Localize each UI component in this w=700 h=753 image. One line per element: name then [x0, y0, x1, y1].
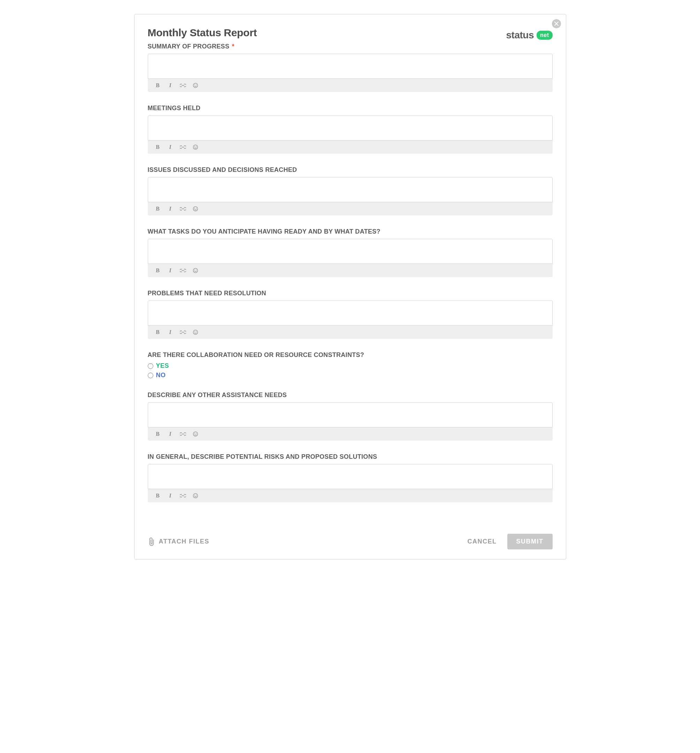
brand-logo: status net — [506, 30, 553, 41]
bold-button[interactable]: B — [155, 329, 161, 335]
link-button[interactable] — [180, 431, 186, 437]
svg-point-17 — [196, 433, 196, 434]
input-assistance[interactable] — [148, 403, 552, 426]
section-risks: IN GENERAL, DESCRIBE POTENTIAL RISKS AND… — [148, 453, 553, 502]
textarea-wrap-tasks — [148, 239, 553, 264]
textarea-wrap-risks — [148, 464, 553, 489]
bold-button[interactable]: B — [155, 431, 161, 437]
emoji-icon — [193, 493, 198, 498]
textarea-wrap-problems — [148, 300, 553, 326]
svg-point-13 — [194, 331, 195, 332]
logo-text: status — [506, 30, 534, 41]
link-icon — [180, 207, 186, 211]
italic-button[interactable]: I — [167, 206, 173, 212]
svg-point-7 — [194, 208, 195, 208]
toolbar-risks: B I — [148, 489, 553, 502]
status-report-modal: Monthly Status Report status net SUMMARY… — [134, 14, 566, 559]
emoji-button[interactable] — [192, 492, 199, 499]
textarea-wrap-meetings — [148, 116, 553, 141]
radio-label-no: NO — [156, 372, 166, 379]
italic-button[interactable]: I — [167, 329, 173, 335]
italic-button[interactable]: I — [167, 82, 173, 89]
italic-button[interactable]: I — [167, 144, 173, 150]
page-title: Monthly Status Report — [148, 27, 257, 39]
radio-row-yes[interactable]: YES — [148, 362, 553, 370]
link-icon — [180, 145, 186, 149]
toolbar-meetings: B I — [148, 141, 553, 154]
close-button[interactable] — [552, 19, 561, 28]
svg-point-20 — [196, 495, 196, 495]
link-button[interactable] — [180, 492, 186, 499]
svg-point-2 — [196, 84, 196, 85]
cancel-button[interactable]: CANCEL — [468, 538, 497, 545]
link-icon — [180, 269, 186, 273]
svg-point-11 — [196, 269, 196, 270]
label-summary-text: SUMMARY OF PROGRESS — [148, 43, 230, 50]
link-icon — [180, 432, 186, 436]
bold-button[interactable]: B — [155, 206, 161, 212]
svg-point-3 — [193, 145, 198, 150]
italic-button[interactable]: I — [167, 431, 173, 437]
italic-button[interactable]: I — [167, 492, 173, 499]
svg-point-0 — [193, 83, 198, 88]
attach-files-button[interactable]: ATTACH FILES — [148, 537, 209, 546]
submit-button[interactable]: SUBMIT — [507, 534, 553, 550]
toolbar-tasks: B I — [148, 264, 553, 277]
svg-point-8 — [196, 208, 196, 208]
label-meetings: MEETINGS HELD — [148, 105, 553, 112]
radio-row-no[interactable]: NO — [148, 372, 553, 379]
link-button[interactable] — [180, 329, 186, 335]
label-collab: ARE THERE COLLABORATION NEED OR RESOURCE… — [148, 352, 553, 359]
toolbar-assistance: B I — [148, 427, 553, 441]
bold-button[interactable]: B — [155, 82, 161, 89]
link-icon — [180, 494, 186, 498]
input-problems[interactable] — [148, 301, 552, 324]
textarea-wrap-issues — [148, 177, 553, 202]
modal-header: Monthly Status Report status net — [148, 27, 553, 41]
label-assistance: DESCRIBE ANY OTHER ASSISTANCE NEEDS — [148, 392, 553, 399]
emoji-button[interactable] — [192, 206, 199, 212]
logo-badge: net — [536, 31, 553, 40]
svg-point-16 — [194, 433, 195, 434]
toolbar-problems: B I — [148, 326, 553, 339]
emoji-button[interactable] — [192, 329, 199, 335]
italic-button[interactable]: I — [167, 267, 173, 273]
modal-footer: ATTACH FILES CANCEL SUBMIT — [148, 534, 553, 550]
input-meetings[interactable] — [148, 116, 552, 139]
svg-point-5 — [196, 146, 196, 147]
link-button[interactable] — [180, 206, 186, 212]
input-risks[interactable] — [148, 464, 552, 487]
emoji-icon — [193, 268, 198, 273]
input-tasks[interactable] — [148, 239, 552, 262]
radio-yes[interactable] — [148, 363, 153, 369]
emoji-icon — [193, 206, 198, 212]
label-tasks: WHAT TASKS DO YOU ANTICIPATE HAVING READ… — [148, 228, 553, 235]
required-mark: * — [232, 43, 234, 50]
bold-button[interactable]: B — [155, 492, 161, 499]
emoji-button[interactable] — [192, 82, 199, 89]
input-summary[interactable] — [148, 54, 552, 77]
radio-group-collab: YES NO — [148, 362, 553, 379]
svg-point-1 — [194, 84, 195, 85]
label-issues: ISSUES DISCUSSED AND DECISIONS REACHED — [148, 166, 553, 173]
toolbar-issues: B I — [148, 202, 553, 216]
section-collab: ARE THERE COLLABORATION NEED OR RESOURCE… — [148, 352, 553, 379]
link-button[interactable] — [180, 267, 186, 273]
emoji-icon — [193, 330, 198, 335]
bold-button[interactable]: B — [155, 144, 161, 150]
input-issues[interactable] — [148, 177, 552, 200]
radio-no[interactable] — [148, 373, 153, 378]
attach-label: ATTACH FILES — [159, 538, 209, 545]
section-issues: ISSUES DISCUSSED AND DECISIONS REACHED B… — [148, 166, 553, 216]
toolbar-summary: B I — [148, 79, 553, 92]
bold-button[interactable]: B — [155, 267, 161, 273]
section-assistance: DESCRIBE ANY OTHER ASSISTANCE NEEDS B I — [148, 392, 553, 441]
emoji-button[interactable] — [192, 431, 199, 437]
emoji-button[interactable] — [192, 267, 199, 273]
link-button[interactable] — [180, 144, 186, 150]
emoji-icon — [193, 83, 198, 88]
emoji-button[interactable] — [192, 144, 199, 150]
paperclip-icon — [148, 537, 155, 546]
link-button[interactable] — [180, 82, 186, 89]
label-problems: PROBLEMS THAT NEED RESOLUTION — [148, 290, 553, 297]
